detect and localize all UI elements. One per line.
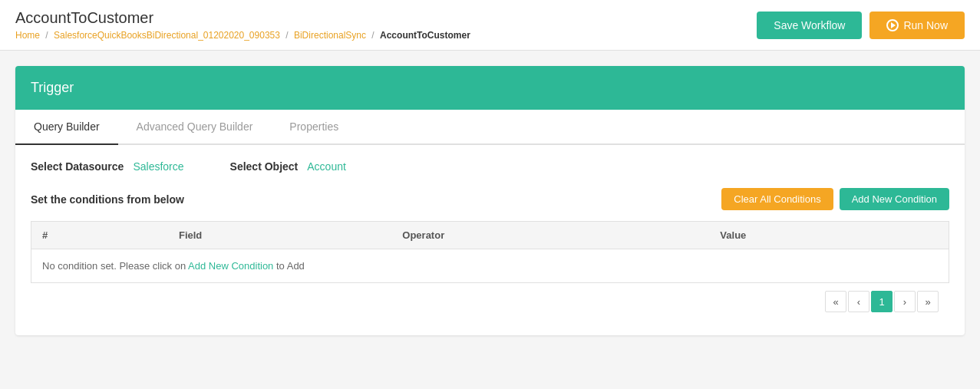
run-icon bbox=[886, 19, 899, 31]
main-content: Trigger Query Builder Advanced Query Bui… bbox=[0, 51, 980, 351]
trigger-body: Query Builder Advanced Query Builder Pro… bbox=[15, 110, 965, 335]
top-bar-left: AccountToCustomer Home / SalesforceQuick… bbox=[15, 9, 470, 41]
breadcrumb-sep1: / bbox=[45, 30, 48, 41]
conditions-buttons: Clear All Conditions Add New Condition bbox=[721, 188, 949, 210]
object-item: Select Object Account bbox=[230, 160, 346, 173]
breadcrumb-home[interactable]: Home bbox=[15, 30, 40, 41]
breadcrumb-workflow[interactable]: SalesforceQuickBooksBiDirectional_012020… bbox=[54, 30, 280, 41]
datasource-row: Select Datasource Salesforce Select Obje… bbox=[31, 160, 949, 173]
add-condition-button[interactable]: Add New Condition bbox=[840, 188, 949, 210]
trigger-header: Trigger bbox=[15, 66, 965, 110]
run-now-button[interactable]: Run Now bbox=[869, 12, 965, 39]
select-object-label: Select Object bbox=[230, 160, 299, 173]
pagination-current[interactable]: 1 bbox=[871, 291, 893, 312]
pagination-prev[interactable]: ‹ bbox=[848, 291, 869, 312]
tab-advanced-query-builder[interactable]: Advanced Query Builder bbox=[118, 110, 272, 145]
table-body: No condition set. Please click on Add Ne… bbox=[31, 249, 949, 283]
select-datasource-label: Select Datasource bbox=[31, 160, 124, 173]
breadcrumb-current: AccountToCustomer bbox=[380, 30, 470, 41]
tab-properties[interactable]: Properties bbox=[271, 110, 357, 145]
breadcrumb-sep3: / bbox=[371, 30, 374, 41]
no-condition-text: No condition set. Please click on Add Ne… bbox=[42, 260, 305, 272]
breadcrumb: Home / SalesforceQuickBooksBiDirectional… bbox=[15, 30, 470, 41]
breadcrumb-sep2: / bbox=[285, 30, 288, 41]
run-now-label: Run Now bbox=[903, 19, 948, 31]
col-value: Value bbox=[709, 222, 949, 249]
trigger-title: Trigger bbox=[31, 80, 949, 96]
conditions-table: # Field Operator Value No condition set.… bbox=[31, 221, 949, 283]
tab-content: Select Datasource Salesforce Select Obje… bbox=[15, 145, 965, 335]
add-condition-link[interactable]: Add New Condition bbox=[188, 260, 273, 272]
pagination-last[interactable]: » bbox=[917, 291, 939, 312]
empty-before-link: No condition set. Please click on bbox=[42, 260, 188, 272]
table-header-row: # Field Operator Value bbox=[31, 222, 949, 249]
object-value[interactable]: Account bbox=[307, 160, 346, 173]
empty-row: No condition set. Please click on Add Ne… bbox=[31, 249, 949, 283]
pagination: « ‹ 1 › » bbox=[31, 283, 949, 320]
col-operator: Operator bbox=[391, 222, 709, 249]
tab-query-builder[interactable]: Query Builder bbox=[15, 110, 118, 145]
empty-after-link: to Add bbox=[273, 260, 304, 272]
pagination-next[interactable]: › bbox=[894, 291, 916, 312]
datasource-item: Select Datasource Salesforce bbox=[31, 160, 184, 173]
tabs: Query Builder Advanced Query Builder Pro… bbox=[15, 110, 965, 145]
save-workflow-button[interactable]: Save Workflow bbox=[757, 12, 862, 39]
trigger-card: Trigger Query Builder Advanced Query Bui… bbox=[15, 66, 965, 335]
datasource-value[interactable]: Salesforce bbox=[133, 160, 183, 173]
pagination-first[interactable]: « bbox=[825, 291, 846, 312]
conditions-label: Set the conditions from below bbox=[31, 193, 184, 206]
empty-message: No condition set. Please click on Add Ne… bbox=[31, 249, 949, 283]
breadcrumb-sync[interactable]: BiDirectionalSync bbox=[294, 30, 366, 41]
clear-conditions-button[interactable]: Clear All Conditions bbox=[721, 188, 833, 210]
col-field: Field bbox=[168, 222, 391, 249]
top-bar: AccountToCustomer Home / SalesforceQuick… bbox=[0, 0, 980, 51]
conditions-header: Set the conditions from below Clear All … bbox=[31, 188, 949, 210]
app-title: AccountToCustomer bbox=[15, 9, 470, 27]
col-hash: # bbox=[31, 222, 168, 249]
top-bar-right: Save Workflow Run Now bbox=[757, 12, 965, 39]
table-head: # Field Operator Value bbox=[31, 222, 949, 249]
